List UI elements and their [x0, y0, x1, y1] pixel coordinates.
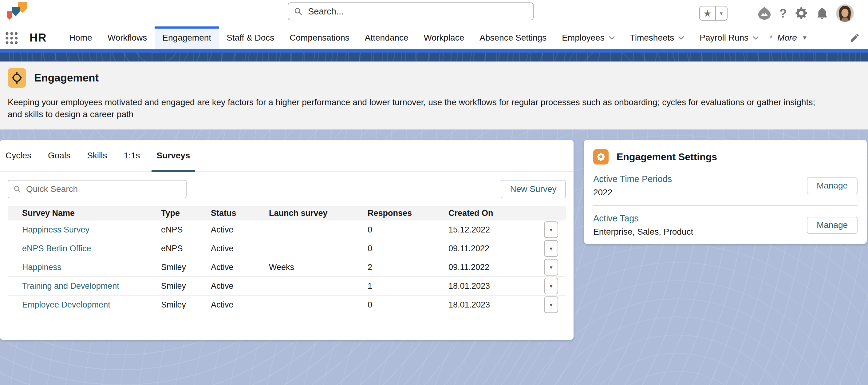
brand-accent-bar	[0, 49, 868, 53]
flair-logo-icon	[5, 2, 28, 20]
row-actions-cell: ▼	[536, 278, 566, 294]
manage-button[interactable]: Manage	[807, 217, 858, 234]
survey-type-cell: Smiley	[161, 263, 211, 272]
column-header-launch-survey: Launch survey	[269, 208, 368, 218]
nav-tab-label: Staff & Docs	[226, 33, 274, 43]
global-search-input[interactable]	[307, 6, 527, 17]
trailhead-icon	[757, 6, 772, 20]
favorites-star-icon[interactable]: ★	[700, 6, 716, 20]
nav-bar: HR HomeWorkflowsEngagementStaff & DocsCo…	[0, 26, 868, 49]
nav-tab-home[interactable]: Home	[61, 26, 100, 49]
nav-tab-label: Compensations	[289, 33, 349, 43]
app-launcher-button[interactable]	[5, 31, 19, 45]
manage-button[interactable]: Manage	[807, 177, 858, 194]
tab-goals[interactable]: Goals	[47, 140, 72, 171]
nav-tab-label: Attendance	[365, 33, 408, 43]
tab-1-1s[interactable]: 1:1s	[123, 140, 142, 171]
page-description: Keeping your employees motivated and eng…	[8, 96, 825, 120]
edit-nav-button[interactable]	[849, 33, 860, 43]
column-header-type: Type	[161, 208, 211, 218]
global-search[interactable]	[288, 2, 534, 20]
row-actions-cell: ▼	[536, 296, 566, 313]
tab-skills[interactable]: Skills	[86, 140, 108, 171]
surveys-table-body: Happiness SurveyeNPSActive015.12.2022▼eN…	[8, 220, 566, 314]
gear-icon	[596, 152, 606, 162]
row-menu-button[interactable]: ▼	[544, 296, 558, 313]
survey-type-cell: Smiley	[161, 282, 211, 291]
settings-card-icon	[593, 149, 609, 165]
table-row: Training and DevelopmentSmileyActive118.…	[8, 277, 566, 296]
survey-type-cell: Smiley	[161, 300, 211, 310]
settings-item-link[interactable]: Active Tags	[593, 213, 693, 224]
survey-responses-cell: 1	[368, 282, 448, 291]
settings-item-link[interactable]: Active Time Periods	[593, 174, 672, 184]
nav-tab-label: Absence Settings	[479, 33, 547, 43]
engagement-sub-tabs: CyclesGoalsSkills1:1sSurveys	[0, 140, 574, 172]
help-button[interactable]: ?	[779, 7, 787, 19]
tab-label: Cycles	[5, 151, 31, 160]
header-actions: ★ ▼ ?	[699, 0, 854, 26]
nav-tab-timesheets[interactable]: Timesheets	[622, 26, 692, 49]
nav-tab-engagement[interactable]: Engagement	[155, 26, 219, 49]
favorites-combo-button[interactable]: ★ ▼	[699, 6, 727, 21]
row-menu-button[interactable]: ▼	[544, 240, 558, 257]
survey-name-link[interactable]: Happiness	[22, 263, 61, 272]
survey-name-link[interactable]: Happiness Survey	[22, 225, 89, 234]
notifications-button[interactable]	[816, 6, 829, 20]
user-avatar[interactable]	[836, 4, 854, 22]
surveys-toolbar: New Survey	[0, 172, 574, 206]
survey-name-cell: Employee Development	[8, 300, 161, 310]
nav-tab-compensations[interactable]: Compensations	[282, 26, 357, 49]
target-icon	[11, 71, 23, 85]
nav-tab-workplace[interactable]: Workplace	[416, 26, 472, 49]
survey-name-link[interactable]: eNPS Berlin Office	[22, 244, 91, 253]
nav-tab-payroll-runs[interactable]: Payroll Runs	[692, 26, 766, 49]
favorites-dropdown-icon[interactable]: ▼	[716, 6, 727, 20]
survey-name-cell: eNPS Berlin Office	[8, 244, 161, 254]
nav-tab-employees[interactable]: Employees	[554, 26, 622, 49]
row-menu-button[interactable]: ▼	[544, 221, 558, 238]
nav-more-dropdown-icon: ▼	[802, 34, 808, 41]
nav-tab-staff-docs[interactable]: Staff & Docs	[219, 26, 282, 49]
search-icon	[13, 185, 21, 193]
settings-card-title: Engagement Settings	[617, 151, 717, 163]
nav-more-tab[interactable]: * More ▼	[764, 26, 813, 49]
setup-button[interactable]	[794, 6, 808, 20]
nav-tabs: HomeWorkflowsEngagementStaff & DocsCompe…	[61, 26, 766, 49]
nav-tab-label: Workplace	[424, 33, 464, 43]
nav-tab-label: Engagement	[162, 33, 211, 43]
tab-surveys[interactable]: Surveys	[155, 140, 191, 171]
nav-tab-label: Employees	[562, 33, 604, 43]
row-menu-button[interactable]: ▼	[544, 278, 558, 294]
nav-tab-label: Workflows	[107, 33, 147, 43]
quick-search[interactable]	[8, 180, 187, 198]
nav-tab-absence-settings[interactable]: Absence Settings	[472, 26, 554, 49]
nav-tab-label: Timesheets	[630, 33, 674, 43]
survey-status-cell: Active	[211, 300, 269, 310]
engagement-settings-card: Engagement Settings Active Time Periods2…	[584, 140, 867, 244]
tab-cycles[interactable]: Cycles	[4, 140, 33, 171]
survey-responses-cell: 0	[368, 225, 448, 235]
settings-item-text: Active Time Periods2022	[593, 174, 672, 198]
new-survey-button[interactable]: New Survey	[501, 180, 566, 198]
nav-more-asterisk: *	[769, 33, 772, 43]
survey-name-link[interactable]: Employee Development	[22, 300, 110, 309]
chevron-down-icon	[753, 36, 758, 40]
quick-add-button[interactable]	[735, 6, 749, 21]
survey-name-link[interactable]: Training and Development	[22, 282, 119, 291]
settings-item-active-time-periods: Active Time Periods2022Manage	[593, 166, 858, 205]
survey-name-cell: Training and Development	[8, 282, 161, 291]
quick-search-input[interactable]	[26, 184, 181, 194]
page-header: Engagement Keeping your employees motiva…	[0, 61, 868, 129]
tab-label: Goals	[48, 151, 70, 160]
nav-tab-workflows[interactable]: Workflows	[100, 26, 155, 49]
row-menu-button[interactable]: ▼	[544, 259, 558, 275]
nav-tab-attendance[interactable]: Attendance	[357, 26, 416, 49]
survey-type-cell: eNPS	[161, 225, 211, 235]
main-area: CyclesGoalsSkills1:1sSurveys New Survey …	[0, 129, 868, 385]
trailhead-button[interactable]	[757, 6, 772, 20]
surveys-card: CyclesGoalsSkills1:1sSurveys New Survey …	[0, 140, 574, 340]
row-actions-cell: ▼	[536, 259, 566, 275]
brand-pattern-band	[0, 53, 868, 61]
survey-created-cell: 09.11.2022	[448, 263, 536, 272]
